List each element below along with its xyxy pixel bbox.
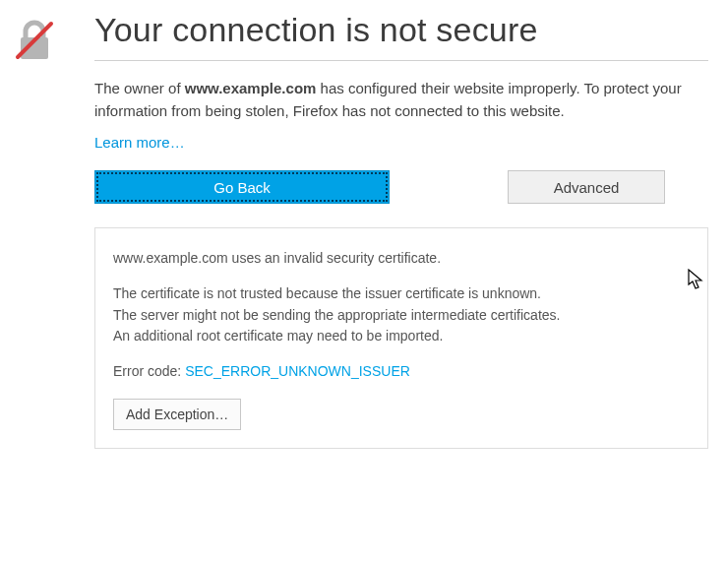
divider — [94, 60, 708, 61]
cert-reason-text: The certificate is not trusted because t… — [113, 283, 690, 347]
cert-invalid-text: www.example.com uses an invalid security… — [113, 248, 690, 270]
go-back-button[interactable]: Go Back — [94, 170, 390, 204]
add-exception-button[interactable]: Add Exception… — [113, 399, 241, 430]
learn-more-link[interactable]: Learn more… — [94, 134, 185, 151]
explain-text: The owner of www.example.com has configu… — [94, 77, 708, 123]
explain-pre: The owner of — [94, 80, 185, 96]
insecure-lock-icon — [12, 18, 57, 63]
advanced-details-panel: www.example.com uses an invalid security… — [94, 227, 708, 448]
error-code-line: Error code: SEC_ERROR_UNKNOWN_ISSUER — [113, 361, 690, 383]
domain-name: www.example.com — [185, 80, 317, 96]
error-code-value[interactable]: SEC_ERROR_UNKNOWN_ISSUER — [185, 363, 410, 379]
advanced-button[interactable]: Advanced — [508, 170, 665, 204]
error-code-label: Error code: — [113, 363, 185, 379]
page-title: Your connection is not secure — [94, 10, 708, 50]
